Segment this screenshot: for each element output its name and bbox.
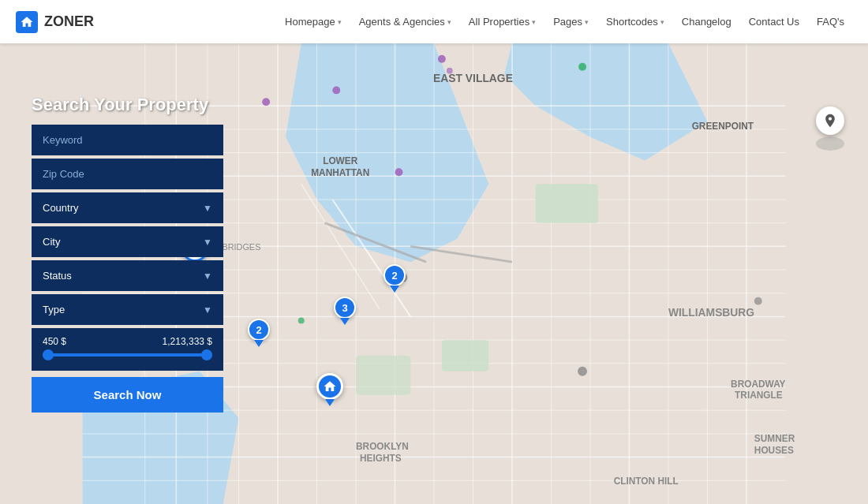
chevron-down-icon: ▼ xyxy=(203,271,212,282)
marker-pin xyxy=(390,286,399,293)
search-now-button[interactable]: Search Now xyxy=(32,377,223,413)
marker-bubble-2b: 2 xyxy=(248,319,270,341)
country-label: Country xyxy=(43,202,79,214)
city-dropdown[interactable]: City ▼ xyxy=(32,226,223,257)
location-pin-shadow xyxy=(816,136,844,151)
range-thumb-right[interactable] xyxy=(201,349,212,360)
marker-bubble-3: 3 xyxy=(334,297,356,319)
marker-icon-house xyxy=(316,373,343,400)
svg-text:HOUSES: HOUSES xyxy=(754,445,794,456)
chevron-down-icon: ▾ xyxy=(660,18,664,26)
keyword-input[interactable] xyxy=(32,125,223,155)
nav-item-shortcodes[interactable]: Shortcodes▾ xyxy=(598,11,672,32)
nav-item-agents---agencies[interactable]: Agents & Agencies▾ xyxy=(351,11,459,32)
range-fill xyxy=(43,353,212,357)
city-label: City xyxy=(43,236,60,248)
svg-text:HEIGHTS: HEIGHTS xyxy=(360,453,402,464)
marker-bubble-2a: 2 xyxy=(383,264,406,286)
search-panel: Search Your Property Country ▼ City ▼ St… xyxy=(32,95,223,413)
svg-point-63 xyxy=(578,367,587,376)
chevron-down-icon: ▼ xyxy=(203,304,212,315)
location-pin-button[interactable] xyxy=(816,106,844,135)
map-marker-2b[interactable]: 2 xyxy=(248,319,270,347)
svg-point-65 xyxy=(754,297,762,305)
type-label: Type xyxy=(43,304,65,315)
logo[interactable]: ZONER xyxy=(16,11,94,33)
svg-rect-42 xyxy=(442,340,488,371)
svg-text:GREENPOINT: GREENPOINT xyxy=(692,121,754,132)
map-marker-3[interactable]: 3 xyxy=(334,297,356,325)
svg-point-60 xyxy=(578,63,586,71)
chevron-down-icon: ▾ xyxy=(585,18,589,26)
chevron-down-icon: ▾ xyxy=(532,18,536,26)
svg-point-61 xyxy=(395,168,403,176)
nav-item-faq-s[interactable]: FAQ's xyxy=(809,11,852,32)
svg-point-57 xyxy=(262,98,270,106)
chevron-down-icon: ▼ xyxy=(203,237,212,248)
price-range-container: 450 $ 1,213,333 $ xyxy=(32,328,223,371)
map-marker-2a[interactable]: 2 xyxy=(383,264,406,293)
chevron-down-icon: ▾ xyxy=(447,18,451,26)
svg-text:WILLIAMSBURG: WILLIAMSBURG xyxy=(668,306,754,319)
svg-point-59 xyxy=(438,55,446,63)
svg-point-66 xyxy=(298,317,305,323)
svg-point-58 xyxy=(332,86,340,94)
price-max: 1,213,333 $ xyxy=(163,336,212,347)
chevron-down-icon: ▾ xyxy=(338,18,342,26)
search-title: Search Your Property xyxy=(32,95,223,115)
svg-rect-41 xyxy=(536,184,598,222)
logo-text: ZONER xyxy=(44,13,94,30)
svg-text:MANHATTAN: MANHATTAN xyxy=(311,167,369,178)
svg-text:LOWER: LOWER xyxy=(323,155,358,166)
header: ZONER Homepage▾Agents & Agencies▾All Pro… xyxy=(0,0,868,43)
price-min: 450 $ xyxy=(43,336,66,347)
svg-rect-43 xyxy=(356,356,410,394)
marker-pin xyxy=(325,399,335,406)
type-dropdown[interactable]: Type ▼ xyxy=(32,294,223,325)
map-marker-house[interactable] xyxy=(316,373,343,406)
svg-text:CLINTON HILL: CLINTON HILL xyxy=(614,476,679,487)
svg-text:SUMNER: SUMNER xyxy=(754,433,795,444)
svg-text:BROOKLYN: BROOKLYN xyxy=(356,441,409,452)
range-thumb-left[interactable] xyxy=(43,349,54,360)
zipcode-field xyxy=(32,159,223,189)
status-label: Status xyxy=(43,270,72,282)
nav-item-pages[interactable]: Pages▾ xyxy=(545,11,597,32)
country-dropdown[interactable]: Country ▼ xyxy=(32,192,223,223)
range-track[interactable] xyxy=(43,353,212,357)
svg-text:EAST VILLAGE: EAST VILLAGE xyxy=(433,72,513,84)
marker-pin xyxy=(254,340,264,347)
svg-text:BROADWAY: BROADWAY xyxy=(731,379,785,390)
status-dropdown[interactable]: Status ▼ xyxy=(32,260,223,291)
price-values: 450 $ 1,213,333 $ xyxy=(43,336,212,347)
keyword-field xyxy=(32,125,223,155)
nav-item-homepage[interactable]: Homepage▾ xyxy=(277,11,350,32)
chevron-down-icon: ▼ xyxy=(203,203,212,214)
nav-item-contact-us[interactable]: Contact Us xyxy=(741,11,807,32)
nav-item-all-properties[interactable]: All Properties▾ xyxy=(461,11,544,32)
zipcode-input[interactable] xyxy=(32,159,223,189)
svg-point-64 xyxy=(447,68,453,74)
svg-text:TRIANGLE: TRIANGLE xyxy=(735,390,783,401)
logo-icon xyxy=(16,11,38,33)
marker-pin xyxy=(340,318,350,325)
nav-item-changelog[interactable]: Changelog xyxy=(674,11,739,32)
nav: Homepage▾Agents & Agencies▾All Propertie… xyxy=(277,11,852,32)
